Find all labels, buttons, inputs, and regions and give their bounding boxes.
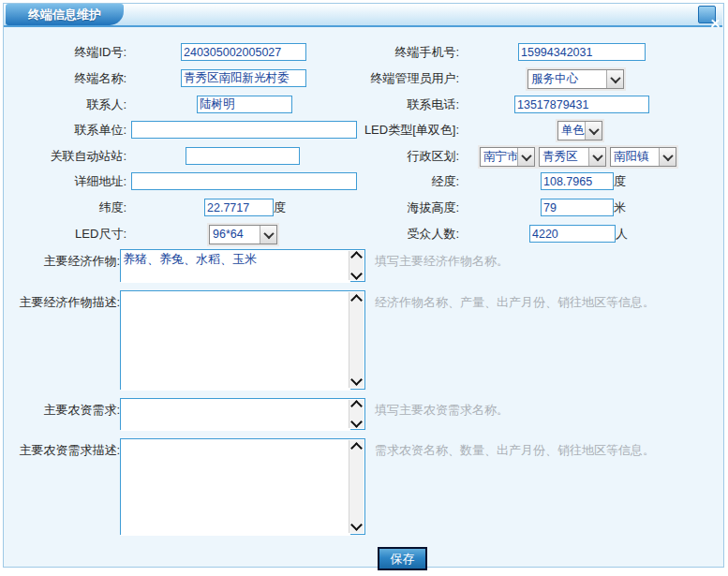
terminal-name-label: 终端名称: [9,70,126,86]
contact-input[interactable] [197,96,292,113]
main-crops-hint: 填写主要经济作物名称。 [375,253,509,270]
region-town-select[interactable]: 南阳镇 [610,147,676,167]
region-city-value: 南宁市 [481,149,517,165]
agri-needs-desc-textarea[interactable] [121,439,350,536]
titlebar-underline [4,25,722,27]
led-size-value: 96*64 [210,227,260,243]
contact-unit-label: 联系单位: [9,122,126,138]
agri-needs-desc-hint: 需求农资名称、数量、出产月份、销往地区等信息。 [375,442,655,459]
longitude-label: 经度: [319,173,459,189]
scroll-up-icon[interactable] [350,294,363,306]
region-district-select[interactable]: 青秀区 [539,147,606,167]
main-crops-desc-textarea[interactable] [121,291,350,391]
terminal-phone-label: 终端手机号: [319,44,459,60]
chevron-down-icon [585,122,602,140]
terminal-id-input[interactable] [181,43,306,61]
agri-needs-label: 主要农资需求: [9,402,120,418]
led-type-label: LED类型[单双色]: [309,122,459,138]
scroll-up-icon[interactable] [350,442,363,454]
led-type-select[interactable]: 单色 [557,121,602,140]
dialog-title: 终端信息维护 [6,4,124,25]
chevron-down-icon [606,70,623,88]
main-crops-textarea[interactable]: 养猪、养兔、水稻、玉米 [121,250,350,283]
terminal-admin-select[interactable]: 服务中心 [527,69,624,89]
region-label: 行政区划: [319,148,459,164]
audience-unit: 人 [616,226,628,242]
agri-needs-desc-label: 主要农资需求描述: [9,442,120,458]
page: 终端信息维护 终端ID号: 终端手机号: 终端名称: 终端管理员用户: 服务中心… [0,0,728,576]
altitude-label: 海拔高度: [319,199,459,215]
main-crops-desc-field [120,290,365,390]
auto-station-label: 关联自动站站: [9,148,126,164]
contact-phone-label: 联系电话: [319,96,459,112]
chevron-down-icon [517,148,534,166]
main-crops-desc-label: 主要经济作物描述: [9,294,120,310]
region-district-value: 青秀区 [540,149,588,165]
latitude-unit: 度 [274,199,286,215]
agri-needs-field [120,398,365,430]
led-type-value: 单色 [558,123,585,139]
led-size-select[interactable]: 96*64 [209,225,277,244]
scroll-up-icon[interactable] [350,251,363,263]
longitude-input[interactable] [541,172,614,190]
save-button[interactable]: 保存 [378,547,427,570]
scroll-down-icon[interactable] [350,519,363,531]
address-label: 详细地址: [9,173,126,189]
latitude-input[interactable] [204,199,274,216]
contact-phone-input[interactable] [514,96,649,113]
terminal-admin-value: 服务中心 [528,71,606,87]
main-crops-desc-hint: 经济作物名称、产量、出产月份、销往地区等信息。 [375,294,655,311]
longitude-unit: 度 [614,173,626,189]
chevron-down-icon [588,148,605,166]
audience-label: 受众人数: [319,226,459,242]
agri-needs-textarea[interactable] [121,399,350,431]
scrollbar[interactable] [349,440,364,533]
main-crops-field: 养猪、养兔、水稻、玉米 [120,249,365,282]
altitude-input[interactable] [541,199,614,216]
altitude-unit: 米 [614,199,626,215]
close-button[interactable] [698,6,716,23]
auto-station-input[interactable] [186,147,300,165]
terminal-admin-label: 终端管理员用户: [309,70,459,86]
region-town-value: 南阳镇 [611,149,659,165]
chevron-down-icon [260,226,276,244]
chevron-down-icon [659,148,676,166]
terminal-phone-input[interactable] [518,43,646,61]
contact-label: 联系人: [9,96,126,112]
scrollbar[interactable] [349,292,364,388]
terminal-name-input[interactable] [181,69,306,87]
scroll-down-icon[interactable] [350,416,363,428]
scroll-down-icon[interactable] [350,374,363,386]
scroll-down-icon[interactable] [350,268,363,280]
led-size-label: LED尺寸: [9,226,126,242]
latitude-label: 纬度: [9,199,126,215]
scroll-up-icon[interactable] [350,400,363,412]
audience-input[interactable] [529,225,616,243]
terminal-id-label: 终端ID号: [9,44,126,60]
scrollbar[interactable] [349,400,364,428]
region-city-select[interactable]: 南宁市 [480,147,535,167]
scrollbar[interactable] [349,251,364,280]
main-crops-label: 主要经济作物: [9,253,120,269]
agri-needs-desc-field [120,438,365,535]
agri-needs-hint: 填写主要农资需求名称。 [375,402,509,419]
